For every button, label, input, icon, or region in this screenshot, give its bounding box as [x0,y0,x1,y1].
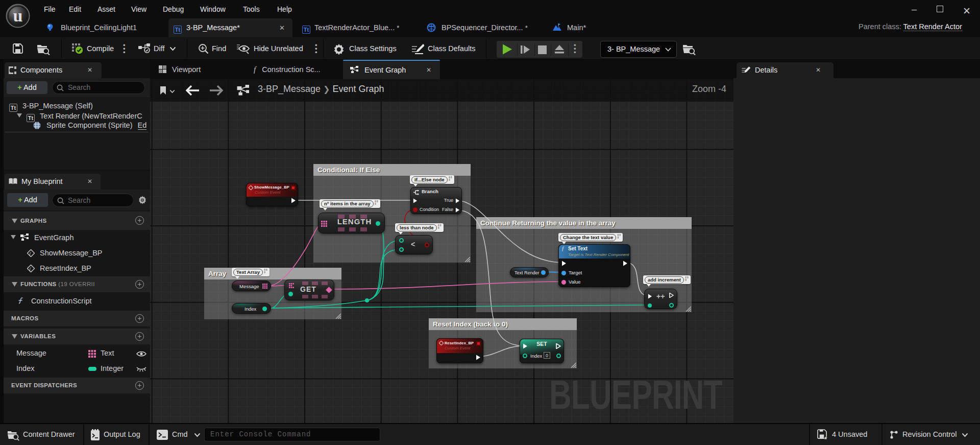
svg-text:f: f [30,266,32,271]
svg-text:u: u [13,6,23,25]
svg-text:f: f [30,251,32,256]
